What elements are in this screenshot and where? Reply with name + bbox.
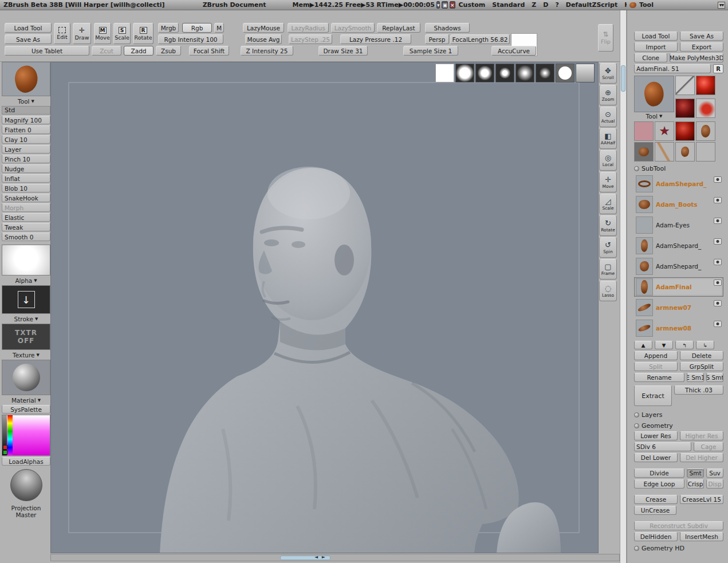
local-button[interactable]: ◎Local bbox=[599, 150, 617, 171]
subtool-up-button[interactable]: ▲ bbox=[634, 341, 652, 349]
tool-thumb-brushstroke[interactable] bbox=[675, 76, 695, 95]
subtool-item[interactable]: AdamShepard_ bbox=[634, 236, 723, 255]
lasso-button[interactable]: ◌Lasso bbox=[599, 281, 617, 301]
horizontal-scrollbar[interactable]: ◄ ► bbox=[50, 554, 620, 561]
crease-button[interactable]: Crease bbox=[634, 495, 678, 504]
projection-master-thumbnail[interactable] bbox=[2, 467, 50, 503]
lower-res-button[interactable]: Lower Res bbox=[634, 431, 678, 440]
append-button[interactable]: Append bbox=[634, 351, 678, 360]
move-view-button[interactable]: ✛Move bbox=[599, 172, 617, 192]
disp-button[interactable]: Disp bbox=[706, 479, 723, 489]
rotate-view-button[interactable]: ↻Rotate bbox=[599, 215, 617, 236]
m-button[interactable]: M bbox=[214, 23, 224, 33]
subtool-thumbnail[interactable] bbox=[636, 299, 653, 316]
shadows-button[interactable]: Shadows bbox=[425, 23, 470, 33]
lazysmooth-slider[interactable]: LazySmooth bbox=[331, 23, 375, 33]
lazymouse-button[interactable]: LazyMouse bbox=[243, 23, 284, 33]
visibility-eye-icon[interactable] bbox=[714, 197, 722, 203]
active-tool-thumbnail[interactable]: Tool▼ bbox=[634, 76, 674, 120]
save-as-button[interactable]: Save As bbox=[5, 34, 52, 44]
crease-lvl-slider[interactable]: CreaseLvl 15 bbox=[680, 495, 723, 504]
geometry-hd-section-header[interactable]: Geometry HD bbox=[634, 545, 723, 552]
menu-standard[interactable]: Standard bbox=[489, 1, 528, 9]
rename-button[interactable]: Rename bbox=[634, 373, 684, 382]
grpsplit-button[interactable]: GrpSplit bbox=[680, 362, 723, 371]
higher-res-button[interactable]: Higher Res bbox=[680, 431, 723, 440]
brush-item-nudge[interactable]: Nudge bbox=[2, 164, 50, 173]
subtool-item[interactable]: Adam_Boots bbox=[634, 195, 723, 214]
brush-item-clay[interactable]: Clay 10 bbox=[2, 135, 50, 144]
visibility-eye-icon[interactable] bbox=[714, 218, 722, 224]
sculpt-model[interactable] bbox=[51, 62, 599, 553]
visibility-eye-icon[interactable] bbox=[714, 300, 722, 306]
current-texture-thumbnail[interactable]: TXTR OFF bbox=[2, 324, 50, 350]
subtool-thumbnail[interactable] bbox=[636, 175, 653, 192]
move-button[interactable]: M Move bbox=[94, 23, 111, 44]
current-material-thumbnail[interactable] bbox=[2, 360, 50, 395]
load-tool-button[interactable]: Load Tool bbox=[5, 23, 52, 33]
draw-button[interactable]: ✛ Draw bbox=[73, 23, 91, 44]
current-tool-thumbnail[interactable] bbox=[2, 62, 50, 96]
scroll-button[interactable]: ✥Scroll bbox=[599, 63, 617, 84]
chevron-down-icon[interactable]: ▾ bbox=[436, 1, 440, 9]
brush-item-tweak[interactable]: Tweak bbox=[2, 223, 50, 231]
tool-import-button[interactable]: Import bbox=[634, 42, 678, 52]
tool-thumb-hand[interactable] bbox=[634, 142, 654, 162]
subtool-thumbnail[interactable] bbox=[636, 196, 653, 213]
sample-size-slider[interactable]: Sample Size 1 bbox=[403, 46, 458, 56]
subtool-thumbnail[interactable] bbox=[636, 320, 653, 337]
alpha-swatch-dot-small[interactable] bbox=[495, 64, 514, 82]
loadalphas-button[interactable]: LoadAlphas bbox=[2, 457, 50, 466]
alpha-swatch-blank[interactable] bbox=[435, 64, 454, 82]
layers-section-header[interactable]: Layers bbox=[634, 411, 723, 419]
lazystep-slider[interactable]: LazyStep .25 bbox=[289, 34, 332, 44]
close-icon[interactable]: × bbox=[450, 1, 455, 9]
tool-thumb-paint-smear[interactable] bbox=[696, 99, 715, 118]
del-higher-button[interactable]: Del Higher bbox=[680, 453, 723, 462]
cage-button[interactable]: Cage bbox=[694, 442, 723, 451]
actual-button[interactable]: ⊙Actual bbox=[599, 107, 617, 127]
scale-view-button[interactable]: ◿Scale bbox=[599, 194, 617, 214]
subtool-move-down-button[interactable]: ↳ bbox=[696, 341, 714, 349]
scale-button[interactable]: S Scale bbox=[113, 23, 131, 44]
tray-collapse-icon[interactable]: ▼▼ bbox=[718, 2, 725, 9]
tool-thumb-red-sphere[interactable] bbox=[696, 76, 715, 95]
lazyradius-slider[interactable]: LazyRadius bbox=[288, 23, 329, 33]
visibility-eye-icon[interactable] bbox=[714, 321, 722, 327]
tool-flyout-label[interactable]: Tool▼ bbox=[2, 97, 50, 105]
visibility-eye-icon[interactable] bbox=[714, 176, 722, 183]
sdiv-slider[interactable]: SDiv 6 bbox=[634, 442, 691, 451]
e-smt-button[interactable]: E Sm1 bbox=[687, 373, 704, 382]
subtool-thumbnail[interactable] bbox=[636, 216, 653, 234]
edit-button[interactable]: Edit bbox=[54, 23, 70, 44]
zcut-button[interactable]: Zcut bbox=[92, 46, 121, 56]
brush-item-pinch[interactable]: Pinch 10 bbox=[2, 155, 50, 163]
tool-thumb-brush-2[interactable] bbox=[696, 121, 715, 141]
mrgb-button[interactable]: Mrgb bbox=[158, 23, 179, 33]
subtool-thumbnail[interactable] bbox=[636, 258, 653, 275]
color-picker-hue-strip[interactable] bbox=[7, 415, 13, 455]
alpha-swatch-dot-soft[interactable] bbox=[515, 64, 534, 82]
alpha-swatch-dot-medium[interactable] bbox=[475, 64, 494, 82]
menu-defaultzscript[interactable]: DefaultZScript bbox=[562, 1, 621, 9]
main-color-swatch[interactable] bbox=[3, 445, 7, 450]
reconstruct-subdiv-button[interactable]: Reconstruct Subdiv bbox=[634, 521, 723, 530]
tray-divider[interactable] bbox=[620, 10, 627, 563]
accucurve-button[interactable]: AccuCurve bbox=[491, 46, 536, 56]
menu-d[interactable]: D bbox=[540, 1, 552, 9]
scrollbar-arrows-icon[interactable]: ◄ ► bbox=[314, 554, 326, 560]
alpha-swatch-gradient[interactable] bbox=[576, 64, 595, 82]
material-flyout-label[interactable]: Material▼ bbox=[2, 396, 50, 404]
tool-thumb-red-sphere-2[interactable] bbox=[675, 121, 695, 141]
visibility-eye-icon[interactable] bbox=[714, 279, 722, 286]
current-stroke-thumbnail[interactable]: ↓ bbox=[2, 285, 50, 314]
delete-button[interactable]: Delete bbox=[680, 351, 723, 360]
subtool-thumbnail[interactable] bbox=[636, 237, 653, 254]
vertical-scrollbar-handle[interactable] bbox=[621, 65, 625, 92]
visibility-eye-icon[interactable] bbox=[714, 259, 722, 265]
subtool-item[interactable]: Adam-Eyes bbox=[634, 215, 723, 235]
color-picker[interactable] bbox=[2, 415, 50, 456]
brush-item-elastic[interactable]: Elastic bbox=[2, 213, 50, 222]
syspalette-button[interactable]: SysPalette bbox=[2, 405, 50, 414]
use-tablet-button[interactable]: Use Tablet bbox=[5, 46, 89, 56]
